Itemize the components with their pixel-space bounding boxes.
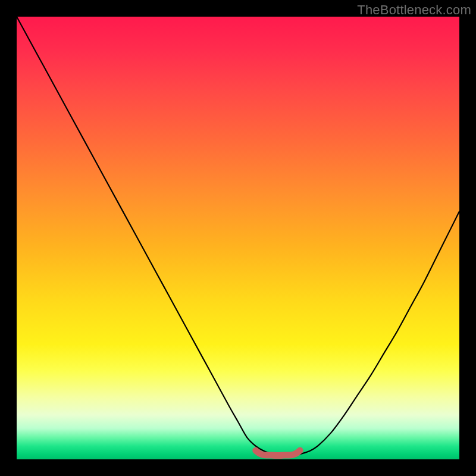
chart-frame: TheBottleneck.com <box>0 0 476 476</box>
chart-svg <box>17 17 459 459</box>
optimal-range-marker <box>256 450 300 456</box>
watermark-text: TheBottleneck.com <box>357 2 471 18</box>
bottleneck-curve-line <box>17 17 459 455</box>
